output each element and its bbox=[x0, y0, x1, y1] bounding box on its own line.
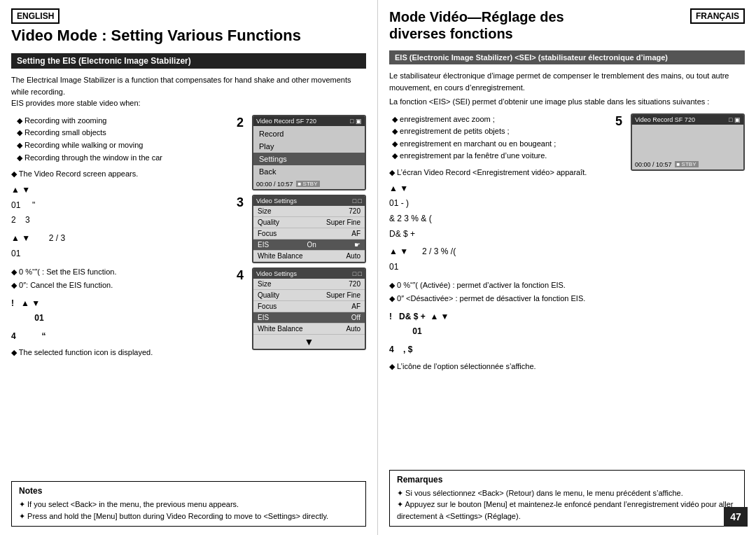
menu-back: Back bbox=[253, 165, 365, 178]
fr-bullet-4: enregistrement par la fenêtre d’une voit… bbox=[392, 150, 608, 162]
menu-play: Play bbox=[253, 140, 365, 153]
lang-badge-english: ENGLISH bbox=[11, 8, 59, 24]
text-column: Recording with zooming Recording small o… bbox=[11, 115, 230, 358]
menu-record: Record bbox=[253, 127, 365, 140]
screen3-row-eis: EISOn ☛ bbox=[253, 239, 365, 251]
stby-badge: ■ STBY bbox=[296, 181, 320, 187]
bullet-4: Recording through the window in the car bbox=[17, 152, 230, 165]
lang-badge-french: FRANÇAIS bbox=[690, 8, 745, 24]
screen4-row-wb: White BalanceAuto bbox=[253, 324, 365, 335]
screen3-topbar: Video Settings □ □ bbox=[253, 196, 365, 206]
notes-title: Notes bbox=[19, 486, 358, 496]
fr-eis-notes: ◆ 0 %“”( (Activée) : permet d’activer la… bbox=[389, 279, 608, 305]
screen5-topbar: Video Record SF 720 □ ▣ bbox=[632, 115, 743, 125]
screen5-display bbox=[632, 125, 743, 160]
bullet-2: Recording small objects bbox=[17, 127, 230, 139]
fr-caution-block: ! D& $ + ▲ ▼ 01 4 , $ bbox=[389, 310, 608, 358]
screen2-topbar: Video Record SF 720 □ ▣ bbox=[253, 116, 365, 126]
fr-nav-instructions: ▲ ▼ 01 - ) & 2 3 % & ( D& $ + ▲ ▼ 2 / 3 … bbox=[389, 181, 608, 275]
screen4-row-eis: EISOff bbox=[253, 312, 365, 324]
screen4-row-focus: FocusAF bbox=[253, 301, 365, 312]
screen5-timecode: 00:00 / 10:57 ■ STBY bbox=[632, 160, 743, 169]
screen2-menu: Record Play Settings Back bbox=[253, 126, 365, 179]
screen-step2: 2 Video Record SF 720 □ ▣ Record Play Se… bbox=[237, 115, 366, 190]
screen4-row-size: Size720 bbox=[253, 279, 365, 290]
fr-selected-note: ◆ L’icône de l’option sélectionnée s’aff… bbox=[389, 362, 608, 371]
fr-bullets: enregistrement avec zoom ; enregistremen… bbox=[389, 113, 608, 162]
fr-bullet-3: enregistrement en marchant ou en bougean… bbox=[392, 138, 608, 151]
fr-main-content: enregistrement avec zoom ; enregistremen… bbox=[389, 113, 745, 371]
screen-note: ◆ The Video Record screen appears. bbox=[11, 169, 230, 179]
screen5-stby: ■ STBY bbox=[675, 161, 699, 167]
step-3-num: 3 bbox=[237, 196, 249, 209]
screens-column: 2 Video Record SF 720 □ ▣ Record Play Se… bbox=[237, 115, 366, 358]
remarque-1: Si vous sélectionnez <Back> (Retour) dan… bbox=[397, 487, 737, 499]
screen4-row-quality: QualitySuper Fine bbox=[253, 290, 365, 301]
step-4-num: 4 bbox=[237, 269, 249, 282]
bullet-3: Recording while walking or moving bbox=[17, 139, 230, 152]
screen-step5: 5 Video Record SF 720 □ ▣ 00:00 / 10:57 … bbox=[615, 113, 745, 171]
fr-bullet-1: enregistrement avec zoom ; bbox=[392, 113, 608, 126]
right-main-title: Mode Vidéo—Réglage des diverses fonction… bbox=[389, 8, 564, 42]
screen3-row-wb: White BalanceAuto bbox=[253, 251, 365, 262]
main-content-area: Recording with zooming Recording small o… bbox=[11, 115, 366, 358]
right-header: Mode Vidéo—Réglage des diverses fonction… bbox=[389, 8, 745, 42]
bullet-1: Recording with zooming bbox=[17, 115, 230, 127]
notes-list: If you select <Back> in the menu, the pr… bbox=[19, 499, 358, 522]
page-number: 47 bbox=[724, 507, 748, 527]
cam-screen-5: Video Record SF 720 □ ▣ 00:00 / 10:57 ■ … bbox=[631, 113, 745, 171]
note-1: If you select <Back> in the menu, the pr… bbox=[19, 499, 358, 510]
cam-screen-4: Video Settings □ □ Size720 QualitySuper … bbox=[252, 268, 366, 350]
selected-icon-note: ◆ The selected function icon is displaye… bbox=[11, 348, 230, 357]
screen-step4: 4 Video Settings □ □ Size720 QualitySupe… bbox=[237, 268, 366, 350]
fr-section-header: EIS (Electronic Image Stabilizer) <SEI> … bbox=[389, 50, 745, 64]
feature-bullets: Recording with zooming Recording small o… bbox=[11, 115, 230, 164]
eis-notes: ◆ 0 %“”( : Set the EIS function. ◆ 0″: C… bbox=[11, 265, 230, 291]
screen4-topbar: Video Settings □ □ bbox=[253, 269, 365, 279]
step-5-num: 5 bbox=[615, 115, 628, 127]
fr-intro: Le stabilisateur électronique d’image pe… bbox=[389, 70, 745, 108]
remarque-2: Appuyez sur le bouton [Menu] et maintene… bbox=[397, 499, 737, 522]
remarques-title: Remarques bbox=[397, 475, 737, 485]
left-header: ENGLISH Video Mode : Setting Various Fun… bbox=[11, 8, 366, 45]
remarques-box: Remarques Si vous sélectionnez <Back> (R… bbox=[389, 470, 745, 527]
screen3-row-size: Size720 bbox=[253, 206, 365, 217]
screen3-row-quality: QualitySuper Fine bbox=[253, 217, 365, 228]
intro-text: The Electrical Image Stabilizer is a fun… bbox=[11, 74, 366, 109]
fr-text-column: enregistrement avec zoom ; enregistremen… bbox=[389, 113, 608, 371]
cam-screen-2: Video Record SF 720 □ ▣ Record Play Sett… bbox=[252, 115, 366, 190]
fr-screens-column: 5 Video Record SF 720 □ ▣ 00:00 / 10:57 … bbox=[615, 113, 745, 371]
step-2-num: 2 bbox=[237, 116, 249, 129]
left-panel: ENGLISH Video Mode : Setting Various Fun… bbox=[0, 0, 378, 535]
remarques-list: Si vous sélectionnez <Back> (Retour) dan… bbox=[397, 487, 737, 522]
menu-settings: Settings bbox=[253, 153, 365, 165]
screen3-row-focus: FocusAF bbox=[253, 228, 365, 239]
screen2-timecode: 00:00 / 10:57 ■ STBY bbox=[253, 179, 365, 189]
fr-bullet-2: enregistrement de petits objets ; bbox=[392, 125, 608, 138]
notes-box: Notes If you select <Back> in the menu, … bbox=[11, 481, 366, 527]
caution-block: ! ▲ ▼ 01 4 “ bbox=[11, 296, 230, 345]
note-2: Press and hold the [Menu] button during … bbox=[19, 510, 358, 522]
right-panel: Mode Vidéo—Réglage des diverses fonction… bbox=[378, 0, 756, 535]
cam-screen-3: Video Settings □ □ Size720 QualitySuper … bbox=[252, 195, 366, 263]
eis-section-header: Setting the EIS (Electronic Image Stabil… bbox=[11, 53, 366, 69]
nav-instructions: ▲ ▼ 01 " 2 3 ▲ ▼ 2 / 3 01 bbox=[11, 183, 230, 261]
left-main-title: Video Mode : Setting Various Functions bbox=[11, 27, 366, 45]
scroll-arrow: ▼ bbox=[253, 335, 365, 349]
fr-screen-note: ◆ L’écran Video Record <Enregistrement v… bbox=[389, 168, 608, 177]
screen-step3: 3 Video Settings □ □ Size720 QualitySupe… bbox=[237, 195, 366, 263]
